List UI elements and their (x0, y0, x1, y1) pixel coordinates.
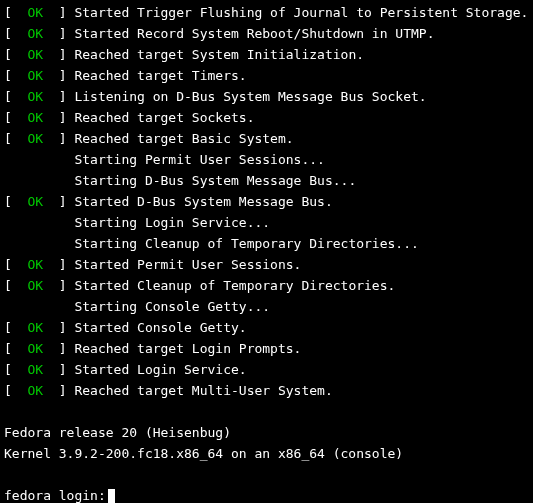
status-ok: OK (27, 341, 43, 356)
boot-log-line: [ OK ] Reached target Timers. (4, 65, 529, 86)
log-message: Started Trigger Flushing of Journal to P… (74, 5, 528, 20)
log-message: Reached target Basic System. (74, 131, 293, 146)
status-ok: OK (27, 320, 43, 335)
log-message: Started D-Bus System Message Bus. (74, 194, 332, 209)
boot-log-line: [ OK ] Reached target System Initializat… (4, 44, 529, 65)
kernel-line: Kernel 3.9.2-200.fc18.x86_64 on an x86_6… (4, 443, 529, 464)
log-message: Starting Console Getty... (74, 299, 270, 314)
boot-log-line: [ OK ] Started D-Bus System Message Bus. (4, 191, 529, 212)
cursor-icon (108, 489, 115, 503)
boot-log-line: [ OK ] Started Cleanup of Temporary Dire… (4, 275, 529, 296)
login-prompt-text: fedora login: (4, 488, 106, 503)
boot-log-line: [ OK ] Started Console Getty. (4, 317, 529, 338)
status-ok: OK (27, 362, 43, 377)
status-ok: OK (27, 5, 43, 20)
status-ok: OK (27, 383, 43, 398)
log-message: Reached target Sockets. (74, 110, 254, 125)
log-message: Reached target Timers. (74, 68, 246, 83)
boot-log-line: Starting Login Service... (4, 212, 529, 233)
status-ok: OK (27, 131, 43, 146)
boot-log-line: Starting Cleanup of Temporary Directorie… (4, 233, 529, 254)
blank-line (4, 401, 529, 422)
boot-log-line: [ OK ] Reached target Sockets. (4, 107, 529, 128)
boot-log-line: [ OK ] Reached target Multi-User System. (4, 380, 529, 401)
log-message: Starting Cleanup of Temporary Directorie… (74, 236, 418, 251)
log-message: Reached target System Initialization. (74, 47, 364, 62)
status-ok: OK (27, 47, 43, 62)
boot-log: [ OK ] Started Trigger Flushing of Journ… (4, 2, 529, 401)
log-message: Started Record System Reboot/Shutdown in… (74, 26, 434, 41)
boot-log-line: [ OK ] Started Trigger Flushing of Journ… (4, 2, 529, 23)
status-ok: OK (27, 194, 43, 209)
boot-log-line: [ OK ] Listening on D-Bus System Message… (4, 86, 529, 107)
status-ok: OK (27, 68, 43, 83)
log-message: Listening on D-Bus System Message Bus So… (74, 89, 426, 104)
status-ok: OK (27, 278, 43, 293)
status-ok: OK (27, 26, 43, 41)
log-message: Started Login Service. (74, 362, 246, 377)
status-ok: OK (27, 110, 43, 125)
blank-line (4, 464, 529, 485)
boot-log-line: Starting Console Getty... (4, 296, 529, 317)
status-ok: OK (27, 257, 43, 272)
release-line: Fedora release 20 (Heisenbug) (4, 422, 529, 443)
log-message: Starting D-Bus System Message Bus... (74, 173, 356, 188)
boot-log-line: [ OK ] Started Login Service. (4, 359, 529, 380)
log-message: Reached target Login Prompts. (74, 341, 301, 356)
boot-console: [ OK ] Started Trigger Flushing of Journ… (0, 0, 533, 503)
boot-log-line: Starting D-Bus System Message Bus... (4, 170, 529, 191)
boot-log-line: Starting Permit User Sessions... (4, 149, 529, 170)
boot-log-line: [ OK ] Started Permit User Sessions. (4, 254, 529, 275)
status-ok: OK (27, 89, 43, 104)
log-message: Started Console Getty. (74, 320, 246, 335)
log-message: Started Permit User Sessions. (74, 257, 301, 272)
login-prompt-line[interactable]: fedora login: (4, 485, 529, 503)
boot-log-line: [ OK ] Started Record System Reboot/Shut… (4, 23, 529, 44)
boot-log-line: [ OK ] Reached target Login Prompts. (4, 338, 529, 359)
log-message: Starting Permit User Sessions... (74, 152, 324, 167)
log-message: Reached target Multi-User System. (74, 383, 332, 398)
log-message: Started Cleanup of Temporary Directories… (74, 278, 395, 293)
boot-log-line: [ OK ] Reached target Basic System. (4, 128, 529, 149)
log-message: Starting Login Service... (74, 215, 270, 230)
